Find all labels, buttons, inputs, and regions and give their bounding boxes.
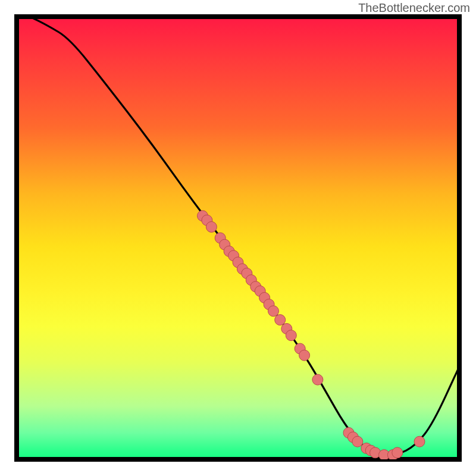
plot-frame-right (457, 14, 462, 462)
plot-frame-top (14, 14, 462, 19)
plot-frame-left (14, 14, 19, 462)
plot-background-gradient (17, 17, 459, 459)
attribution-text: TheBottlenecker.com (358, 1, 470, 15)
chart-container: TheBottlenecker.com (0, 0, 476, 476)
plot-frame-bottom (14, 457, 462, 462)
